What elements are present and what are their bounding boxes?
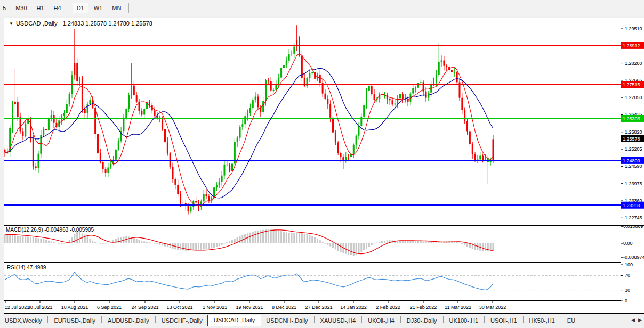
- chart-dropdown-icon[interactable]: ▼: [9, 21, 13, 26]
- timeframe-button-d1[interactable]: D1: [73, 3, 88, 13]
- svg-text:1.23203: 1.23203: [623, 203, 640, 208]
- svg-text:6 Sep 2021: 6 Sep 2021: [97, 305, 122, 310]
- svg-text:1.25820: 1.25820: [625, 129, 642, 135]
- svg-text:1.25578: 1.25578: [623, 136, 640, 142]
- chart-tab-usdcnh-daily[interactable]: USDCNH-,Daily: [261, 316, 312, 326]
- tab-scroll-arrows: ◀▶: [629, 314, 644, 326]
- chart-tabbar: USDX,WeeklyEURUSD-,DailyAUDUSD-,DailyUSD…: [0, 314, 644, 326]
- tab-separator: [47, 316, 48, 323]
- svg-text:18 Aug 2021: 18 Aug 2021: [61, 305, 88, 310]
- svg-text:19 Nov 2021: 19 Nov 2021: [236, 305, 263, 310]
- svg-text:30 Jul 2021: 30 Jul 2021: [28, 305, 53, 310]
- tab-separator: [361, 316, 362, 323]
- svg-text:1 Nov 2021: 1 Nov 2021: [203, 305, 227, 310]
- chart-tab-dj30-daily[interactable]: DJ30-,Daily: [402, 316, 442, 326]
- macd-name: MACD(12,26,9): [6, 227, 43, 233]
- mt4-window: { "toolbar": { "timeframes": ["5","M30",…: [0, 0, 644, 328]
- timeframe-button-h1[interactable]: H1: [33, 3, 49, 13]
- svg-text:-0.008974: -0.008974: [623, 255, 644, 260]
- rsi-name: RSI(14): [7, 265, 25, 270]
- chart-tab-usoil-h1[interactable]: USOil-,H1: [486, 316, 522, 326]
- svg-text:24 Sep 2021: 24 Sep 2021: [131, 305, 158, 310]
- macd-indicator-label: MACD(12,26,9) -0.004963 -0.005905: [6, 227, 94, 233]
- timeframe-button-mn[interactable]: MN: [108, 3, 125, 13]
- chart-tab-hk50-h1[interactable]: HK50-,H1: [525, 316, 560, 326]
- svg-text:1.23975: 1.23975: [625, 181, 642, 186]
- statusbar-strip: [0, 326, 644, 328]
- price-level-label: 1.27515: [621, 81, 644, 88]
- svg-text:1.28912: 1.28912: [623, 43, 640, 48]
- tab-separator: [561, 316, 561, 323]
- chart-tab-uk100-h1[interactable]: UK100-,H1: [445, 316, 483, 326]
- svg-text:1.26303: 1.26303: [623, 116, 640, 121]
- tab-separator: [155, 316, 156, 323]
- tab-scroll-right-icon[interactable]: ▶: [638, 317, 642, 323]
- chart-tab-ukoil-h4[interactable]: UKOil-,H4: [363, 316, 399, 326]
- svg-text:0.00: 0.00: [623, 241, 633, 246]
- chart-tab-usdcad-daily[interactable]: USDCAD-,Daily: [207, 315, 262, 326]
- svg-text:1.29510: 1.29510: [625, 26, 642, 31]
- rsi-value: 47.4989: [27, 265, 46, 270]
- price-chart-canvas[interactable]: 1.295101.282801.276651.270501.264351.258…: [4, 18, 644, 314]
- chart-ohlc-values: 1.24833 1.25578 1.24780 1.25578: [63, 20, 152, 27]
- chart-tab-eurusd-daily[interactable]: EURUSD-,Daily: [49, 316, 100, 326]
- price-level-label: 1.23203: [621, 202, 644, 209]
- timeframe-button-m30[interactable]: M30: [11, 3, 31, 13]
- svg-text:100: 100: [625, 262, 633, 267]
- price-level-label: 1.28912: [621, 42, 644, 49]
- chart-tab-usdchf-daily[interactable]: USDCHF-,Daily: [157, 316, 207, 326]
- svg-text:13 Oct 2021: 13 Oct 2021: [166, 305, 192, 310]
- svg-text:27 Dec 2021: 27 Dec 2021: [305, 305, 332, 310]
- svg-text:1.28280: 1.28280: [625, 61, 642, 66]
- svg-text:1.24590: 1.24590: [625, 163, 642, 169]
- price-level-label: 1.26303: [621, 115, 644, 122]
- tab-separator: [101, 316, 102, 323]
- toolbar-separator: [128, 3, 129, 13]
- chart-window: 1.295101.282801.276651.270501.264351.258…: [4, 18, 644, 314]
- timeframe-toolbar: 5M30H1H4D1W1MN: [0, 0, 644, 16]
- svg-text:11 Mar 2022: 11 Mar 2022: [445, 305, 471, 310]
- chart-title: ▼USDCAD-,Daily1.24833 1.25578 1.24780 1.…: [9, 20, 152, 27]
- toolbar-separator: [69, 3, 69, 13]
- timeframe-button-5[interactable]: 5: [0, 3, 10, 13]
- tab-separator: [443, 316, 444, 323]
- svg-text:14 Jan 2022: 14 Jan 2022: [340, 305, 367, 310]
- timeframe-button-w1[interactable]: W1: [90, 3, 107, 13]
- chart-symbol-label: USDCAD-,Daily: [16, 20, 58, 27]
- rsi-indicator-label: RSI(14) 47.4989: [7, 265, 46, 270]
- svg-text:0: 0: [625, 298, 627, 304]
- svg-text:0.010869: 0.010869: [623, 224, 643, 229]
- svg-text:30: 30: [625, 288, 630, 293]
- tab-separator: [314, 316, 315, 323]
- svg-text:2 Feb 2022: 2 Feb 2022: [376, 305, 400, 310]
- svg-text:70: 70: [625, 273, 630, 278]
- svg-text:30 Mar 2022: 30 Mar 2022: [479, 305, 506, 310]
- svg-text:1.27515: 1.27515: [623, 82, 640, 87]
- svg-text:1.27050: 1.27050: [625, 95, 642, 100]
- chart-tab-eu[interactable]: EU: [562, 316, 580, 326]
- tab-scroll-left-icon[interactable]: ◀: [631, 317, 635, 323]
- svg-text:1.22745: 1.22745: [625, 215, 642, 220]
- svg-text:21 Feb 2022: 21 Feb 2022: [410, 305, 437, 310]
- macd-values: -0.004963 -0.005905: [44, 227, 94, 233]
- tab-separator: [523, 316, 524, 323]
- chart-tab-xauusd-h4[interactable]: XAUUSD-,H4: [316, 316, 361, 326]
- tab-separator: [484, 316, 485, 323]
- price-level-label: 1.24800: [621, 157, 644, 164]
- svg-text:8 Dec 2021: 8 Dec 2021: [272, 305, 296, 310]
- svg-text:1.24800: 1.24800: [623, 158, 640, 163]
- chart-tab-audusd-daily[interactable]: AUDUSD-,Daily: [103, 316, 154, 326]
- chart-tab-usdx-weekly[interactable]: USDX,Weekly: [0, 316, 46, 326]
- timeframe-button-h4[interactable]: H4: [50, 3, 66, 13]
- svg-text:1.25205: 1.25205: [625, 146, 642, 152]
- svg-text:12 Jul 2021: 12 Jul 2021: [5, 305, 30, 310]
- tab-separator: [400, 316, 401, 323]
- price-level-label: 1.25578: [621, 135, 644, 142]
